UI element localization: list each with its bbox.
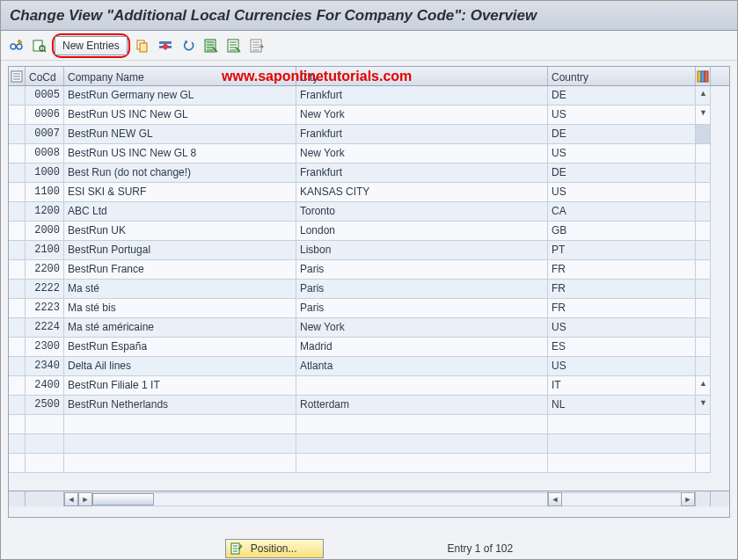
- cell-country[interactable]: FR: [548, 280, 696, 299]
- cell-cocd[interactable]: 2200: [26, 260, 64, 280]
- table-row[interactable]: 0008BestRun US INC New GL 8New YorkUS: [9, 144, 729, 164]
- cell-company-name[interactable]: Delta Ail lines: [64, 357, 296, 376]
- select-all-corner[interactable]: [9, 67, 26, 85]
- table-row[interactable]: 2200BestRun FranceParisFR: [9, 260, 729, 280]
- cell-cocd[interactable]: 2222: [26, 280, 64, 299]
- col-header-country[interactable]: Country: [548, 67, 696, 85]
- cell-country[interactable]: GB: [548, 222, 696, 241]
- hscroll2-left-button[interactable]: ◄: [548, 492, 562, 506]
- table-row[interactable]: 2300BestRun EspañaMadridES: [9, 338, 729, 357]
- vscroll-cell[interactable]: [696, 280, 711, 299]
- cell-city[interactable]: Frankfurt: [296, 86, 548, 105]
- row-selector[interactable]: [9, 338, 26, 357]
- row-selector[interactable]: [9, 144, 26, 164]
- vscroll-cell[interactable]: [696, 318, 711, 338]
- cell-country[interactable]: ES: [548, 338, 696, 357]
- vscroll-cell[interactable]: [696, 202, 711, 222]
- cell-company-name[interactable]: BestRun Netherlands: [64, 396, 296, 415]
- hscroll-thumb[interactable]: [92, 493, 154, 505]
- cell-cocd[interactable]: 0007: [26, 125, 64, 144]
- cell-city[interactable]: Paris: [296, 260, 548, 280]
- deselect-all-button[interactable]: [223, 35, 245, 56]
- cell-cocd[interactable]: 2340: [26, 357, 64, 376]
- vscroll-cell[interactable]: [696, 260, 711, 280]
- col-header-city[interactable]: City: [296, 67, 548, 85]
- cell-country[interactable]: CA: [548, 202, 696, 222]
- vscroll-cell[interactable]: [696, 338, 711, 357]
- cell-city[interactable]: New York: [296, 105, 548, 125]
- cell-city[interactable]: New York: [296, 318, 548, 338]
- hscroll2-track[interactable]: [562, 492, 681, 506]
- delete-button[interactable]: [155, 35, 176, 56]
- cell-country[interactable]: US: [548, 357, 696, 376]
- display-change-toggle-button[interactable]: [6, 35, 27, 56]
- table-row[interactable]: 2224Ma sté américaineNew YorkUS: [9, 318, 729, 338]
- cell-country[interactable]: PT: [548, 241, 696, 260]
- hscroll-track[interactable]: [92, 492, 547, 506]
- cell-cocd[interactable]: 0006: [26, 105, 64, 125]
- cell-country[interactable]: IT: [548, 376, 696, 396]
- position-button[interactable]: Position...: [225, 539, 325, 558]
- cell-city[interactable]: Paris: [296, 299, 548, 318]
- cell-company-name[interactable]: BestRun US INC New GL 8: [64, 144, 296, 164]
- cell-cocd[interactable]: 2223: [26, 299, 64, 318]
- cell-company-name[interactable]: BestRun France: [64, 260, 296, 280]
- cell-cocd[interactable]: 2224: [26, 318, 64, 338]
- vscroll-cell[interactable]: [696, 125, 711, 144]
- cell-city[interactable]: [296, 376, 548, 396]
- cell-cocd[interactable]: 2300: [26, 338, 64, 357]
- row-selector[interactable]: [9, 164, 26, 183]
- select-all-button[interactable]: [201, 35, 222, 56]
- cell-city[interactable]: New York: [296, 144, 548, 164]
- cell-company-name[interactable]: BestRun US INC New GL: [64, 105, 296, 125]
- cell-company-name[interactable]: Ma sté bis: [64, 299, 296, 318]
- cell-city[interactable]: Atlanta: [296, 357, 548, 376]
- vscroll-cell[interactable]: [696, 164, 711, 183]
- table-row[interactable]: 1100ESI SKI & SURFKANSAS CITYUS: [9, 183, 729, 202]
- cell-city[interactable]: Toronto: [296, 202, 548, 222]
- new-entries-button[interactable]: New Entries: [55, 36, 128, 55]
- table-row[interactable]: 2500BestRun NetherlandsRotterdamNL▼: [9, 396, 729, 415]
- cell-city[interactable]: Frankfurt: [296, 125, 548, 144]
- col-header-cocd[interactable]: CoCd: [26, 67, 64, 85]
- cell-cocd[interactable]: 1100: [26, 183, 64, 202]
- cell-cocd[interactable]: 1200: [26, 202, 64, 222]
- cell-company-name[interactable]: Best Run (do not change!): [64, 164, 296, 183]
- cell-country[interactable]: US: [548, 105, 696, 125]
- cell-city[interactable]: Madrid: [296, 338, 548, 357]
- row-selector[interactable]: [9, 396, 26, 415]
- row-selector[interactable]: [9, 357, 26, 376]
- row-selector[interactable]: [9, 376, 26, 396]
- table-row[interactable]: 2100BestRun PortugalLisbonPT: [9, 241, 729, 260]
- copy-as-button[interactable]: [132, 35, 153, 56]
- cell-cocd[interactable]: 0005: [26, 86, 64, 105]
- vscroll-cell[interactable]: [696, 241, 711, 260]
- cell-city[interactable]: London: [296, 222, 548, 241]
- vscroll-cell[interactable]: ▲: [696, 376, 711, 396]
- cell-company-name[interactable]: BestRun Portugal: [64, 241, 296, 260]
- cell-cocd[interactable]: 2400: [26, 376, 64, 396]
- cell-country[interactable]: DE: [548, 125, 696, 144]
- row-selector[interactable]: [9, 105, 26, 125]
- cell-cocd[interactable]: 2000: [26, 222, 64, 241]
- table-row[interactable]: 0006BestRun US INC New GLNew YorkUS▼: [9, 105, 729, 125]
- cell-company-name[interactable]: Ma sté: [64, 280, 296, 299]
- table-row[interactable]: 2340Delta Ail linesAtlantaUS: [9, 357, 729, 376]
- table-row[interactable]: 1000Best Run (do not change!)FrankfurtDE: [9, 164, 729, 183]
- cell-cocd[interactable]: 2100: [26, 241, 64, 260]
- table-settings-button[interactable]: [246, 35, 267, 56]
- hscroll2-right-button[interactable]: ►: [681, 492, 695, 506]
- row-selector[interactable]: [9, 280, 26, 299]
- row-selector[interactable]: [9, 318, 26, 338]
- undo-button[interactable]: [178, 35, 199, 56]
- table-row[interactable]: 2000BestRun UKLondonGB: [9, 222, 729, 241]
- table-row[interactable]: 0007BestRun NEW GLFrankfurtDE: [9, 125, 729, 144]
- row-selector[interactable]: [9, 222, 26, 241]
- cell-city[interactable]: KANSAS CITY: [296, 183, 548, 202]
- row-selector[interactable]: [9, 86, 26, 105]
- cell-country[interactable]: FR: [548, 260, 696, 280]
- cell-cocd[interactable]: 2500: [26, 396, 64, 415]
- cell-country[interactable]: US: [548, 183, 696, 202]
- cell-country[interactable]: US: [548, 144, 696, 164]
- vscroll-cell[interactable]: ▲: [696, 86, 711, 105]
